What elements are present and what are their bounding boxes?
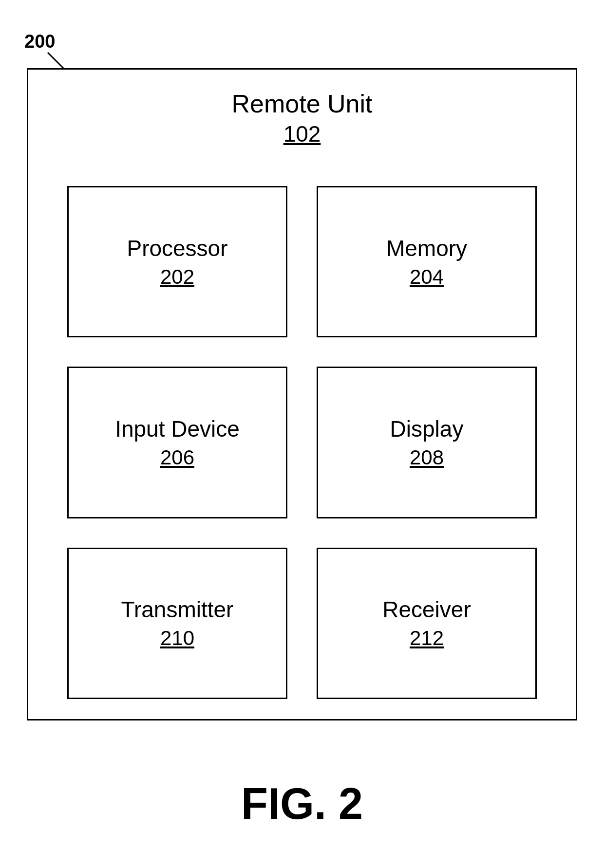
memory-ref: 204 xyxy=(410,265,444,289)
display-ref: 208 xyxy=(410,446,444,469)
transmitter-box: Transmitter 210 xyxy=(67,548,287,699)
remote-unit-label: Remote Unit xyxy=(28,89,576,118)
processor-ref: 202 xyxy=(160,265,194,289)
page: 200 Remote Unit 102 Processor 202 Memory… xyxy=(0,0,604,868)
figure-caption: FIG. 2 xyxy=(0,779,604,829)
receiver-box: Receiver 212 xyxy=(317,548,537,699)
receiver-label: Receiver xyxy=(382,596,471,623)
memory-label: Memory xyxy=(386,235,467,261)
transmitter-label: Transmitter xyxy=(121,596,234,623)
memory-box: Memory 204 xyxy=(317,186,537,337)
processor-box: Processor 202 xyxy=(67,186,287,337)
transmitter-ref: 210 xyxy=(160,627,194,650)
remote-unit-title: Remote Unit 102 xyxy=(28,89,576,147)
receiver-ref: 212 xyxy=(410,627,444,650)
input-device-box: Input Device 206 xyxy=(67,367,287,518)
ref-number-200: 200 xyxy=(24,31,55,52)
components-grid: Processor 202 Memory 204 Input Device 20… xyxy=(28,157,576,728)
remote-unit-container: Remote Unit 102 Processor 202 Memory 204… xyxy=(27,68,577,720)
display-label: Display xyxy=(390,416,464,442)
fig-caption-text: FIG. 2 xyxy=(241,779,363,828)
input-device-ref: 206 xyxy=(160,446,194,469)
remote-unit-ref: 102 xyxy=(28,121,576,147)
display-box: Display 208 xyxy=(317,367,537,518)
processor-label: Processor xyxy=(127,235,227,261)
input-device-label: Input Device xyxy=(115,416,240,442)
